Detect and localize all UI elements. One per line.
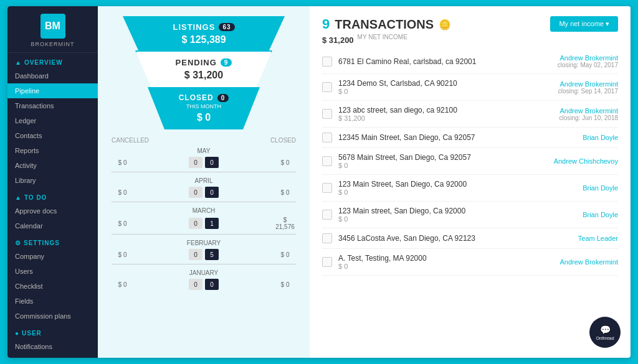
net-income-label: MY NET INCOME bbox=[358, 34, 407, 40]
transaction-agent-7: Team Leader bbox=[578, 235, 618, 242]
sidebar-item-notifications[interactable]: Notifications bbox=[7, 339, 98, 354]
transaction-checkbox-7[interactable] bbox=[322, 233, 332, 243]
month-label-may: MAY bbox=[105, 146, 302, 156]
sidebar-item-calendar[interactable]: Calendar bbox=[7, 218, 98, 233]
month-label-february: FEBRUARY bbox=[105, 238, 302, 248]
transaction-agent-4: Andrew Chishchevoy bbox=[554, 157, 618, 165]
sidebar-item-company[interactable]: Company bbox=[7, 249, 98, 264]
transaction-amount-8: $ 0 bbox=[338, 263, 559, 270]
transaction-checkbox-3[interactable] bbox=[322, 133, 332, 142]
transaction-agent-3: Brian Doyle bbox=[583, 134, 618, 141]
april-cell2: 0 bbox=[205, 187, 219, 198]
sidebar: BM BROKERMINT ▲ OVERVIEW Dashboard Pipel… bbox=[7, 6, 98, 358]
transaction-item-3: 12345 Main Street, San Diego, Ca 92057 B… bbox=[322, 128, 618, 148]
closed-sub: THIS MONTH bbox=[160, 103, 247, 110]
sidebar-item-fields[interactable]: Fields bbox=[7, 294, 98, 309]
transaction-item-0: 6781 El Camino Real, carlsbad, ca 92001 … bbox=[322, 49, 618, 74]
transaction-item-2: 123 abc street, san diego, ca 92100 $ 31… bbox=[322, 101, 618, 128]
onthread-button[interactable]: 💬 Onthread bbox=[589, 317, 621, 348]
transaction-address-8: A. Test, Testing, MA 92000 bbox=[338, 254, 559, 263]
transactions-label: TRANSACTIONS bbox=[335, 17, 434, 32]
march-closed-val: $ 21,576 bbox=[274, 217, 296, 230]
table-header: CANCELLED CLOSED bbox=[105, 134, 302, 146]
sidebar-item-activity[interactable]: Activity bbox=[7, 158, 98, 173]
march-cancelled-val: $ 0 bbox=[112, 220, 133, 227]
header-closed: CLOSED bbox=[270, 137, 296, 144]
jan-closed-val: $ 0 bbox=[274, 281, 296, 288]
sidebar-item-users[interactable]: Users bbox=[7, 264, 98, 279]
transaction-address-5: 123 Main Street, San Diego, Ca 92000 bbox=[338, 180, 583, 189]
sidebar-item-ledger[interactable]: Ledger bbox=[7, 113, 98, 128]
transaction-checkbox-1[interactable] bbox=[322, 82, 332, 92]
user-dot-icon: ● bbox=[15, 330, 19, 337]
month-label-april: APRIL bbox=[105, 176, 302, 185]
pending-amount: $ 31,200 bbox=[149, 70, 259, 81]
transaction-agent-1: Andrew Brokermint bbox=[558, 80, 618, 88]
transaction-item-1: 1234 Demo St, Carlsbad, CA 90210 $ 0 And… bbox=[322, 74, 618, 101]
transaction-date-0: closing: May 02, 2017 bbox=[558, 62, 618, 68]
april-cell1: 0 bbox=[189, 187, 202, 198]
sidebar-logo: BM BROKERMINT bbox=[7, 6, 98, 53]
sidebar-item-contacts[interactable]: Contacts bbox=[7, 128, 98, 143]
listings-amount: $ 125,389 bbox=[135, 34, 272, 45]
funnel-listings: LISTINGS 63 $ 125,389 bbox=[123, 16, 285, 52]
net-income-button[interactable]: My net income ▾ bbox=[550, 16, 618, 32]
feb-cancelled-val: $ 0 bbox=[112, 251, 133, 258]
transaction-amount-1: $ 0 bbox=[338, 88, 558, 95]
transaction-amount-2: $ 31,200 bbox=[338, 114, 559, 122]
transaction-address-3: 12345 Main Street, San Diego, Ca 92057 bbox=[338, 133, 583, 142]
transaction-address-4: 5678 Main Street, San Diego, Ca 92057 bbox=[338, 153, 554, 162]
onthread-label: Onthread bbox=[596, 336, 614, 340]
transaction-address-2: 123 abc street, san diego, ca 92100 bbox=[338, 106, 559, 114]
net-income-amount: $ 31,200 bbox=[322, 35, 354, 45]
transaction-checkbox-8[interactable] bbox=[322, 257, 332, 267]
april-cancelled-val: $ 0 bbox=[112, 189, 133, 196]
sidebar-item-reports[interactable]: Reports bbox=[7, 143, 98, 158]
closed-amount: $ 0 bbox=[160, 112, 247, 123]
sidebar-item-account[interactable]: Account bbox=[7, 354, 98, 358]
sidebar-item-checklist[interactable]: Checklist bbox=[7, 279, 98, 294]
transaction-checkbox-0[interactable] bbox=[322, 57, 332, 67]
sidebar-item-dashboard[interactable]: Dashboard bbox=[7, 68, 98, 83]
header-cancelled: CANCELLED bbox=[112, 137, 149, 144]
coin-icon: 🪙 bbox=[439, 19, 451, 30]
feb-cell2: 5 bbox=[205, 249, 219, 260]
month-label-january: JANUARY bbox=[105, 268, 302, 278]
section-todo: ▲ TO DO bbox=[7, 188, 98, 203]
sidebar-item-approve-docs[interactable]: Approve docs bbox=[7, 203, 98, 218]
jan-cell2: 0 bbox=[205, 279, 219, 290]
transactions-count: 9 bbox=[322, 16, 330, 32]
section-overview: ▲ OVERVIEW bbox=[7, 53, 98, 68]
transactions-title: 9 TRANSACTIONS 🪙 bbox=[322, 16, 451, 32]
funnel-container: LISTINGS 63 $ 125,389 PENDING 9 $ 31,200… bbox=[98, 6, 310, 305]
sidebar-item-library[interactable]: Library bbox=[7, 173, 98, 188]
may-cell2: 0 bbox=[205, 157, 219, 168]
transaction-item-5: 123 Main Street, San Diego, Ca 92000 $ 0… bbox=[322, 175, 618, 202]
closed-badge: 0 bbox=[217, 94, 229, 102]
section-user: ● USER bbox=[7, 324, 98, 339]
month-row-april: APRIL $ 0 0 0 $ 0 bbox=[105, 176, 302, 202]
right-panel: 9 TRANSACTIONS 🪙 $ 31,200 MY NET INCOME … bbox=[310, 6, 631, 286]
sidebar-item-commission-plans[interactable]: Commission plans bbox=[7, 309, 98, 324]
transaction-amount-5: $ 0 bbox=[338, 189, 583, 196]
feb-cell1: 0 bbox=[189, 249, 202, 260]
transaction-item-6: 123 Main street, San Diego, Ca 92000 $ 0… bbox=[322, 202, 618, 228]
pending-label: PENDING bbox=[176, 58, 217, 67]
transaction-checkbox-5[interactable] bbox=[322, 183, 332, 193]
month-row-january: JANUARY $ 0 0 0 $ 0 bbox=[105, 268, 302, 291]
transaction-date-1: closing: Sep 14, 2017 bbox=[558, 88, 618, 95]
sidebar-item-pipeline[interactable]: Pipeline bbox=[7, 83, 98, 98]
section-settings: ⚙ SETTINGS bbox=[7, 233, 98, 249]
march-cell2: 1 bbox=[205, 218, 219, 229]
middle-panel: LISTINGS 63 $ 125,389 PENDING 9 $ 31,200… bbox=[98, 6, 310, 358]
sidebar-item-transactions[interactable]: Transactions bbox=[7, 98, 98, 113]
transaction-item-4: 5678 Main Street, San Diego, Ca 92057 $ … bbox=[322, 148, 618, 175]
transaction-item-8: A. Test, Testing, MA 92000 $ 0 Andrew Br… bbox=[322, 249, 618, 276]
transaction-agent-8: Andrew Brokermint bbox=[559, 258, 618, 266]
transaction-checkbox-2[interactable] bbox=[322, 109, 332, 119]
transaction-checkbox-6[interactable] bbox=[322, 210, 332, 220]
transaction-address-6: 123 Main street, San Diego, Ca 92000 bbox=[338, 207, 583, 215]
transaction-checkbox-4[interactable] bbox=[322, 156, 332, 166]
right-panel-wrapper: 9 TRANSACTIONS 🪙 $ 31,200 MY NET INCOME … bbox=[310, 6, 631, 358]
jan-cell1: 0 bbox=[189, 279, 202, 290]
